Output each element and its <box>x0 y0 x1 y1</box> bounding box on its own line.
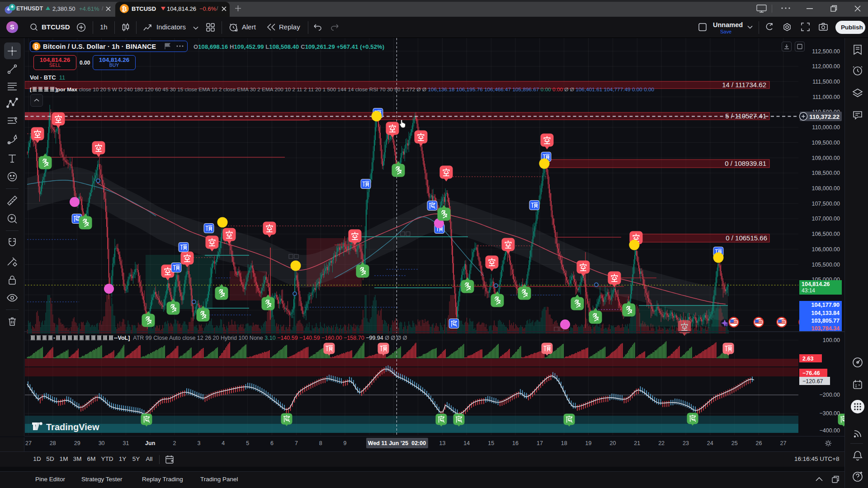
svg-text:104,133.84: 104,133.84 <box>811 310 840 316</box>
svg-text:17: 17 <box>537 440 543 446</box>
svg-text:8: 8 <box>319 440 322 446</box>
svg-text:21: 21 <box>634 440 640 446</box>
svg-text:111,500.00: 111,500.00 <box>812 79 840 85</box>
svg-text:−120.67: −120.67 <box>802 378 823 385</box>
svg-text:103,784.34: 103,784.34 <box>811 325 840 332</box>
svg-text:103,805.77: 103,805.77 <box>811 318 840 324</box>
svg-text:100.00: 100.00 <box>823 337 840 343</box>
svg-text:107,000.00: 107,000.00 <box>811 216 840 222</box>
svg-text:104,177.90: 104,177.90 <box>811 302 840 308</box>
svg-text:111,000.00: 111,000.00 <box>812 94 840 100</box>
svg-text:112,000.00: 112,000.00 <box>812 63 840 70</box>
svg-text:22: 22 <box>658 440 665 446</box>
svg-text:18: 18 <box>561 440 567 446</box>
svg-text:0 / 106515.66: 0 / 106515.66 <box>726 234 767 242</box>
svg-text:−76.46: −76.46 <box>802 370 820 376</box>
svg-text:7: 7 <box>295 440 298 446</box>
svg-text:109,000.00: 109,000.00 <box>811 155 840 161</box>
svg-text:19: 19 <box>585 440 592 446</box>
svg-text:108,500.00: 108,500.00 <box>811 170 840 176</box>
svg-text:14: 14 <box>463 440 470 446</box>
svg-text:4: 4 <box>222 440 225 446</box>
svg-text:23: 23 <box>683 440 689 446</box>
svg-text:₿: ₿ <box>34 43 39 50</box>
svg-text:110,000.00: 110,000.00 <box>812 124 840 131</box>
svg-text:TradingView: TradingView <box>46 422 99 432</box>
svg-text:13: 13 <box>439 440 446 446</box>
svg-text:−300.00: −300.00 <box>819 410 840 417</box>
svg-text:26: 26 <box>756 440 762 446</box>
svg-text:14 / 111734.62: 14 / 111734.62 <box>722 81 766 89</box>
svg-text:110,372.22: 110,372.22 <box>809 113 840 120</box>
svg-text:27: 27 <box>25 440 32 446</box>
svg-text:−200.00: −200.00 <box>819 392 840 398</box>
svg-text:16: 16 <box>512 440 519 446</box>
svg-text:105,500.00: 105,500.00 <box>811 262 840 268</box>
svg-text:3: 3 <box>197 440 200 446</box>
svg-text:43:14: 43:14 <box>802 287 815 294</box>
svg-text:104,814.26: 104,814.26 <box>802 281 830 287</box>
svg-text:108,000.00: 108,000.00 <box>811 185 840 192</box>
svg-text:15: 15 <box>488 440 494 446</box>
svg-text:2.63: 2.63 <box>802 356 813 362</box>
svg-text:2: 2 <box>173 440 176 446</box>
svg-text:107,500.00: 107,500.00 <box>811 201 840 207</box>
svg-text:106,500.00: 106,500.00 <box>811 231 840 237</box>
svg-text:₿: ₿ <box>122 5 127 13</box>
svg-text:S: S <box>10 23 14 31</box>
svg-text:27: 27 <box>780 440 786 446</box>
svg-text:112,500.00: 112,500.00 <box>812 48 840 55</box>
svg-text:6: 6 <box>270 440 274 446</box>
svg-text:25: 25 <box>731 440 738 446</box>
svg-text:30: 30 <box>99 440 105 446</box>
svg-text:−400.00: −400.00 <box>819 427 840 434</box>
svg-text:109,500.00: 109,500.00 <box>811 140 840 146</box>
svg-text:Jun: Jun <box>145 440 155 446</box>
svg-text:106,000.00: 106,000.00 <box>811 246 840 253</box>
svg-text:31: 31 <box>123 440 129 446</box>
svg-text:Wed 11 Jun ’25 02:00: Wed 11 Jun ’25 02:00 <box>368 440 426 446</box>
svg-text:29: 29 <box>74 440 80 446</box>
svg-text:24: 24 <box>707 440 713 446</box>
svg-text:0 / 108939.81: 0 / 108939.81 <box>725 160 766 167</box>
svg-text:5: 5 <box>246 440 249 446</box>
svg-text:20: 20 <box>609 440 616 446</box>
svg-text:28: 28 <box>50 440 56 446</box>
svg-text:9: 9 <box>344 440 347 446</box>
